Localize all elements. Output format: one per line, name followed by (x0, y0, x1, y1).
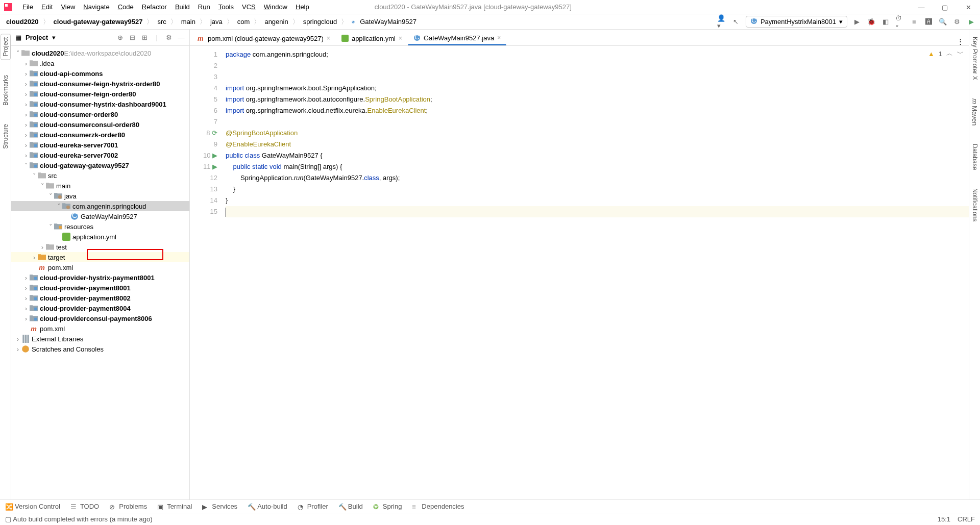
tree-twist-icon[interactable]: › (14, 345, 21, 353)
tree-twist-icon[interactable]: › (22, 141, 30, 149)
tree-twist-icon[interactable]: ˅ (31, 172, 38, 180)
status-pos[interactable]: 15:1 (938, 515, 950, 523)
tree-row[interactable]: ›cloud-providerconsul-payment8006 (11, 313, 189, 323)
tree-row[interactable]: ›target (11, 252, 189, 262)
run-config-select[interactable]: C PaymentHystrixMain8001 ▾ (746, 16, 847, 28)
gutter-line[interactable]: 3 (190, 71, 217, 83)
tree-row[interactable]: CGateWayMain9527 (11, 211, 189, 221)
close-icon[interactable]: × (327, 35, 330, 42)
code-line[interactable]: public static void main(String[] args) { (226, 161, 969, 172)
code-line[interactable] (226, 60, 969, 71)
menu-window[interactable]: Window (260, 1, 291, 13)
tree-twist-icon[interactable]: › (22, 121, 30, 129)
coverage-button[interactable]: ◧ (881, 17, 890, 27)
tree-twist-icon[interactable]: ˅ (47, 192, 54, 200)
code-line[interactable]: } (226, 195, 969, 206)
code-line[interactable]: import org.springframework.cloud.netflix… (226, 105, 969, 116)
code-line[interactable] (226, 71, 969, 83)
tree-row[interactable]: ˅com.angenin.springcloud (11, 201, 189, 211)
bottom-problems[interactable]: ⊘Problems (109, 503, 147, 510)
tree-row[interactable]: ›cloud-eureka-server7002 (11, 150, 189, 160)
code-line[interactable]: @SpringBootApplication (226, 128, 969, 139)
gutter-line[interactable]: 11 ▶ (190, 161, 217, 172)
leftrail-bookmarks[interactable]: Bookmarks (1, 72, 10, 109)
chevron-down-icon[interactable]: ▾ (52, 34, 56, 41)
bottom-todo[interactable]: ☰TODO (70, 503, 99, 510)
stop-button[interactable]: ■ (910, 17, 919, 27)
code-line[interactable] (226, 116, 969, 128)
crumb-3[interactable]: main (179, 18, 198, 26)
editor-tab[interactable]: mpom.xml (cloud-gateway-gateway9527)× (192, 31, 336, 45)
tabs-more-icon[interactable]: ⋮ (952, 38, 969, 45)
code-content[interactable]: package com.angenin.springcloud; import … (226, 46, 969, 499)
tree-twist-icon[interactable]: › (22, 294, 30, 302)
gutter-line[interactable]: 14 (190, 195, 217, 206)
tree-row[interactable]: ›cloud-provider-payment8002 (11, 293, 189, 303)
crumb-8[interactable]: GateWayMain9527 (358, 18, 419, 26)
tree-twist-icon[interactable]: ˅ (47, 223, 54, 231)
code-line[interactable]: SpringApplication.run(GateWayMain9527.cl… (226, 172, 969, 184)
menu-navigate[interactable]: Navigate (79, 1, 113, 13)
select-opened-icon[interactable]: ⊕ (116, 34, 124, 42)
crumb-0[interactable]: cloud2020 (4, 18, 41, 26)
tree-row[interactable]: ˅src (11, 170, 189, 181)
rightrail-notifications[interactable]: Notifications (970, 185, 979, 224)
crumb-1[interactable]: cloud-gateway-gateway9527 (52, 18, 145, 26)
tree-row[interactable]: ˅java (11, 191, 189, 201)
tree-twist-icon[interactable]: › (22, 131, 30, 139)
gutter-line[interactable]: 13 (190, 184, 217, 195)
bottom-vc[interactable]: 🔀Version Control (5, 503, 60, 510)
gutter-line[interactable]: 10 ▶ (190, 150, 217, 161)
menu-help[interactable]: Help (291, 1, 313, 13)
crumb-5[interactable]: com (235, 18, 252, 26)
tree-twist-icon[interactable]: › (22, 284, 30, 292)
tree-twist-icon[interactable]: › (22, 274, 30, 282)
tree-row[interactable]: ›.idea (11, 58, 189, 68)
tree-twist-icon[interactable]: › (22, 111, 30, 118)
bottom-profiler[interactable]: ◔Profiler (298, 503, 328, 510)
menu-build[interactable]: Build (171, 1, 194, 13)
gutter-line[interactable]: 9 (190, 139, 217, 150)
close-button[interactable]: ✕ (957, 0, 980, 14)
status-enc[interactable]: CRLF (958, 515, 975, 523)
collapse-all-icon[interactable]: ⊞ (140, 34, 149, 42)
tree-twist-icon[interactable]: ˅ (14, 49, 21, 57)
tree-twist-icon[interactable]: ˅ (22, 162, 30, 169)
crumb-4[interactable]: java (208, 18, 225, 26)
gutter-line[interactable]: 15 (190, 206, 217, 217)
tree-twist-icon[interactable]: › (22, 80, 30, 88)
gutter-line[interactable]: 12 (190, 172, 217, 184)
gutter-line[interactable]: 8 ⟳ (190, 128, 217, 139)
user-icon[interactable]: 👤▾ (717, 17, 726, 27)
tree-row[interactable]: ›cloud-provider-payment8004 (11, 303, 189, 313)
bottom-deps[interactable]: ≡Dependencies (412, 503, 464, 510)
gutter-line[interactable]: 7 (190, 116, 217, 128)
menu-run[interactable]: Run (194, 1, 214, 13)
back-icon[interactable]: ↖ (731, 17, 741, 27)
tree-row[interactable]: ›cloud-provider-hystrix-payment8001 (11, 272, 189, 283)
menu-code[interactable]: Code (114, 1, 138, 13)
code-line[interactable]: } (226, 184, 969, 195)
tree-twist-icon[interactable]: ˅ (39, 182, 46, 190)
minimize-button[interactable]: — (910, 0, 933, 14)
bottom-services[interactable]: ▶Services (202, 503, 237, 510)
bottom-build[interactable]: 🔨Build (338, 503, 363, 510)
tree-twist-icon[interactable]: › (22, 315, 30, 322)
tree-twist-icon[interactable]: › (22, 152, 30, 159)
project-tree[interactable]: ˅cloud2020 E:\idea-workspace\cloud2020›.… (11, 46, 189, 499)
gutter-line[interactable]: 6 (190, 105, 217, 116)
gutter-line[interactable]: 5 (190, 94, 217, 105)
expand-all-icon[interactable]: ⊟ (128, 34, 136, 42)
code-line[interactable]: @EnableEurekaClient (226, 139, 969, 150)
rightrail-keypromoter[interactable]: Key Promoter X (970, 34, 979, 83)
translate-icon[interactable]: 🅰 (924, 17, 933, 27)
crumb-6[interactable]: angenin (262, 18, 290, 26)
tree-row[interactable]: ˅resources (11, 221, 189, 232)
down-icon[interactable]: ﹀ (957, 49, 964, 58)
tree-row[interactable]: ›cloud-eureka-server7001 (11, 140, 189, 150)
bottom-terminal[interactable]: ▣Terminal (157, 503, 192, 510)
menu-refactor[interactable]: Refactor (138, 1, 171, 13)
search-icon[interactable]: 🔍 (938, 17, 947, 27)
gutter-line[interactable]: 4 (190, 83, 217, 94)
code-line[interactable]: public class GateWayMain9527 { (226, 150, 969, 161)
